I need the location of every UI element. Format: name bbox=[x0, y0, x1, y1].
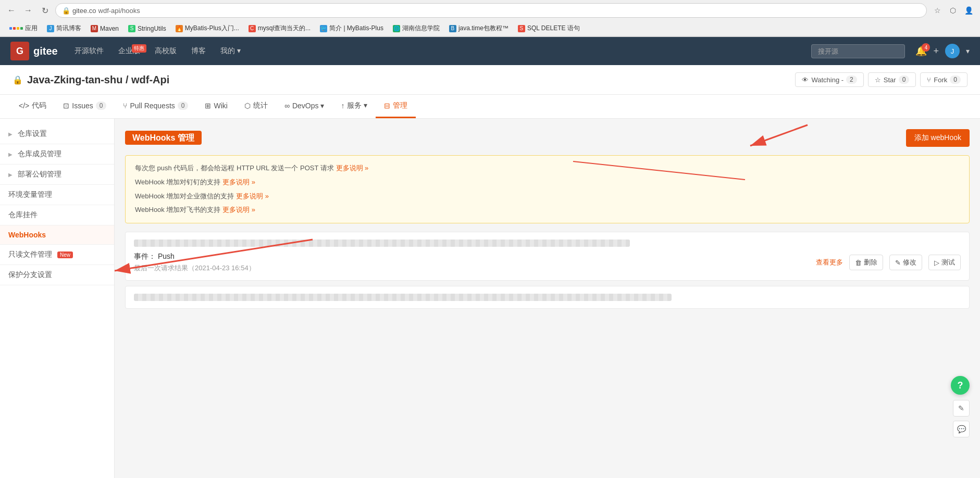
tab-issues-label: Issues bbox=[72, 102, 93, 110]
arrow-icon-members: ▶ bbox=[8, 152, 13, 157]
repo-header: 🔒 Java-Zking-tan-shu / wdf-Api 👁 Watchin… bbox=[0, 65, 980, 95]
info-line-3: WebHook 增加对企业微信的支持 更多说明 » bbox=[135, 191, 960, 202]
sidebar-item-webhooks[interactable]: WebHooks bbox=[0, 225, 114, 245]
bookmark-mysql[interactable]: C mysql查询当天的... bbox=[244, 22, 315, 34]
url-bar[interactable]: 🔒 gitee.co wdf-api/hooks bbox=[55, 3, 927, 18]
delete-webhook-1-button[interactable]: 🗑 删除 bbox=[849, 255, 883, 270]
tab-services[interactable]: ↑ 服务 ▾ bbox=[332, 95, 376, 118]
bookmarks-bar: 应用 J 简讯博客 M Maven S StringUtils 🔥 MyBati… bbox=[0, 21, 980, 36]
bookmark-maven-label: Maven bbox=[100, 25, 119, 32]
info-link-1[interactable]: 更多说明 » bbox=[336, 164, 369, 172]
sidebar-item-members[interactable]: ▶ 仓库成员管理 bbox=[0, 144, 114, 165]
notification-count: 4 bbox=[922, 43, 930, 52]
fork-button[interactable]: ⑂ Fork 0 bbox=[920, 72, 967, 87]
bookmark-mybatis[interactable]: 🔥 MyBatis-Plus入门... bbox=[171, 22, 243, 34]
edit-webhook-1-button[interactable]: ✎ 修改 bbox=[889, 255, 922, 270]
section-title: WebHooks 管理 bbox=[125, 131, 202, 145]
section-header: WebHooks 管理 添加 webHook bbox=[125, 129, 970, 147]
sidebar-envvars-label: 环境变量管理 bbox=[8, 190, 52, 199]
star-button[interactable]: ☆ Star 0 bbox=[868, 72, 916, 87]
bookmark-stringutils-icon: S bbox=[128, 25, 135, 32]
star-count: 0 bbox=[899, 76, 910, 84]
tab-stats-label: 统计 bbox=[253, 101, 268, 110]
add-icon[interactable]: + bbox=[933, 46, 939, 57]
nav-item-university[interactable]: 高校版 bbox=[148, 43, 183, 59]
nav-item-opensource[interactable]: 开源软件 bbox=[68, 43, 110, 59]
bookmark-mysql-icon: C bbox=[249, 25, 256, 32]
event-value-1: Push bbox=[158, 252, 175, 260]
back-button[interactable]: ← bbox=[5, 4, 18, 17]
bookmark-apps[interactable]: 应用 bbox=[5, 22, 42, 34]
bookmark-jiexun[interactable]: J 简讯博客 bbox=[43, 22, 85, 34]
sidebar-item-widgets[interactable]: 仓库挂件 bbox=[0, 205, 114, 225]
tab-devops[interactable]: ∞ DevOps ▾ bbox=[276, 95, 332, 118]
tab-wiki[interactable]: ⊞ Wiki bbox=[196, 95, 235, 118]
bookmark-sqldelete-icon: S bbox=[518, 25, 525, 32]
notifications-bell[interactable]: 🔔 4 bbox=[915, 45, 927, 57]
view-more-1[interactable]: 查看更多 bbox=[816, 258, 843, 267]
tab-wiki-label: Wiki bbox=[214, 102, 227, 110]
star-label: Star bbox=[884, 76, 896, 84]
tab-manage[interactable]: ⊟ 管理 bbox=[376, 95, 416, 118]
webhook-meta-1: 事件： Push 最后一次请求结果（2021-04-23 16:54） 查看更多… bbox=[134, 252, 961, 273]
watching-label: Watching - bbox=[811, 76, 843, 84]
gitee-logo[interactable]: G gitee bbox=[10, 42, 58, 60]
repo-title: 🔒 Java-Zking-tan-shu / wdf-Api bbox=[13, 74, 169, 86]
tab-services-label: 服务 ▾ bbox=[347, 101, 367, 110]
bookmark-mybatis-icon: 🔥 bbox=[176, 25, 183, 32]
nav-item-enterprise[interactable]: 企业版 特惠 bbox=[112, 43, 146, 59]
webhook-event-1: 事件： Push bbox=[134, 252, 255, 261]
info-link-4[interactable]: 更多说明 » bbox=[222, 206, 255, 213]
fork-label: Fork bbox=[934, 76, 947, 84]
tab-manage-label: 管理 bbox=[393, 101, 407, 110]
comment-float-button[interactable]: 💬 bbox=[953, 421, 970, 437]
sidebar-item-deploy-keys[interactable]: ▶ 部署公钥管理 bbox=[0, 165, 114, 185]
watching-button[interactable]: 👁 Watching - 2 bbox=[795, 72, 863, 87]
profile-button[interactable]: 👤 bbox=[962, 4, 975, 17]
tab-code[interactable]: </> 代码 bbox=[10, 95, 55, 118]
info-link-3[interactable]: 更多说明 » bbox=[236, 192, 269, 200]
bookmark-sqldelete[interactable]: S SQL DELETE 语句 bbox=[514, 22, 584, 34]
bookmark-maven[interactable]: M Maven bbox=[86, 23, 123, 34]
help-float-button[interactable]: ? bbox=[951, 376, 970, 395]
sidebar-item-repo-settings[interactable]: ▶ 仓库设置 bbox=[0, 124, 114, 144]
avatar-dropdown[interactable]: ▾ bbox=[966, 47, 970, 55]
bookmark-stringutils[interactable]: S StringUtils bbox=[124, 23, 170, 34]
edit-float-button[interactable]: ✎ bbox=[953, 400, 970, 417]
manage-icon: ⊟ bbox=[384, 102, 390, 110]
sidebar: ▶ 仓库设置 ▶ 仓库成员管理 ▶ 部署公钥管理 环境变量管理 仓库挂件 Web… bbox=[0, 119, 115, 478]
forward-button[interactable]: → bbox=[22, 4, 34, 17]
services-icon: ↑ bbox=[341, 102, 344, 110]
tab-issues[interactable]: ⊡ Issues 0 bbox=[55, 95, 115, 118]
test-webhook-1-button[interactable]: ▷ 测试 bbox=[928, 255, 961, 270]
nav-item-blog[interactable]: 博客 bbox=[185, 43, 212, 59]
bookmark-apps-label: 应用 bbox=[25, 24, 38, 33]
pr-badge: 0 bbox=[178, 102, 189, 110]
refresh-button[interactable]: ↻ bbox=[39, 4, 51, 17]
sidebar-repo-settings-label: 仓库设置 bbox=[18, 129, 47, 139]
add-webhook-button[interactable]: 添加 webHook bbox=[906, 129, 970, 147]
bookmark-javatime[interactable]: B java.time包教程™ bbox=[445, 22, 513, 34]
tab-stats[interactable]: ⬡ 统计 bbox=[236, 95, 276, 118]
repo-tabs: </> 代码 ⊡ Issues 0 ⑂ Pull Requests 0 ⊞ Wi… bbox=[0, 95, 980, 119]
user-avatar[interactable]: J bbox=[945, 44, 960, 58]
bookmark-hunan-label: 湖南信息学院 bbox=[402, 24, 440, 33]
bookmark-mybatisplus[interactable]: 🐦 简介 | MyBatis-Plus bbox=[316, 22, 388, 34]
info-line-1: 每次您 push 代码后，都会给远程 HTTP URL 发送一个 POST 请求… bbox=[135, 163, 960, 174]
bookmark-hunan[interactable]: 🌐 湖南信息学院 bbox=[389, 22, 444, 34]
sidebar-deploykeys-label: 部署公钥管理 bbox=[18, 170, 61, 179]
extensions-button[interactable]: ⬡ bbox=[947, 4, 959, 17]
tab-pullrequests[interactable]: ⑂ Pull Requests 0 bbox=[115, 95, 196, 118]
new-badge: New bbox=[57, 251, 73, 258]
repo-name[interactable]: Java-Zking-tan-shu / wdf-Api bbox=[27, 74, 169, 86]
sidebar-members-label: 仓库成员管理 bbox=[18, 149, 61, 159]
info-link-2[interactable]: 更多说明 » bbox=[222, 178, 255, 186]
sidebar-item-protected-branches[interactable]: 保护分支设置 bbox=[0, 265, 114, 285]
sidebar-item-readonly-files[interactable]: 只读文件管理 New bbox=[0, 245, 114, 265]
search-input[interactable] bbox=[811, 44, 905, 58]
issues-badge: 0 bbox=[96, 102, 107, 110]
nav-item-mine[interactable]: 我的 ▾ bbox=[214, 43, 247, 59]
webhook-item-1: 事件： Push 最后一次请求结果（2021-04-23 16:54） 查看更多… bbox=[125, 232, 970, 281]
star-page-button[interactable]: ☆ bbox=[931, 4, 944, 17]
sidebar-item-env-vars[interactable]: 环境变量管理 bbox=[0, 185, 114, 205]
